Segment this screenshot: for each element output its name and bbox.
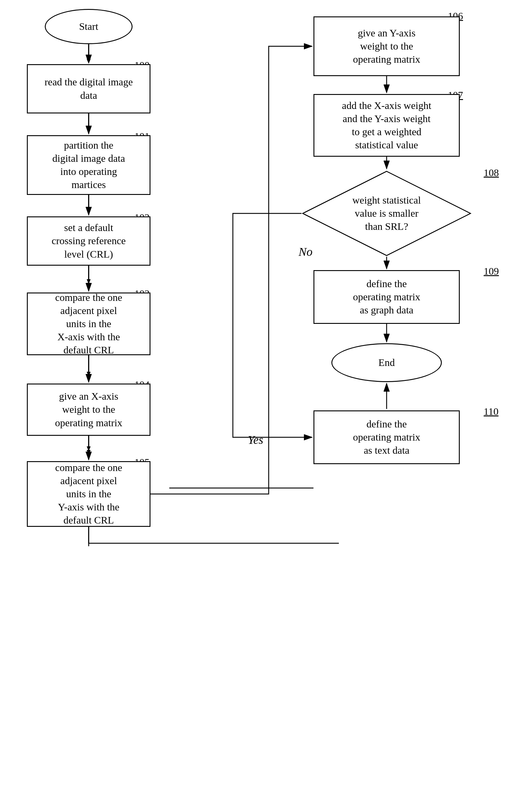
node-110-label: define theoperating matrixas text data	[353, 418, 420, 457]
no-label: No	[298, 245, 313, 259]
node-109-label: define theoperating matrixas graph data	[353, 277, 420, 317]
node-107: add the X-axis weightand the Y-axis weig…	[313, 94, 460, 157]
flowchart: Start 100 read the digital imagedata 101…	[0, 0, 532, 808]
node-100: read the digital imagedata	[27, 64, 150, 113]
node-102: set a defaultcrossing referencelevel (CR…	[27, 216, 150, 265]
node-101-label: partition thedigital image datainto oper…	[52, 139, 125, 191]
svg-marker-24	[87, 375, 90, 380]
svg-marker-22	[87, 283, 90, 287]
end-node: End	[331, 343, 442, 382]
svg-marker-9	[87, 372, 90, 376]
node-109: define theoperating matrixas graph data	[313, 270, 460, 324]
svg-marker-26	[87, 450, 90, 454]
node-102-label: set a defaultcrossing referencelevel (CR…	[52, 221, 126, 261]
node-104-label: give an X-axisweight to theoperating mat…	[55, 390, 123, 429]
node-105: compare the oneadjacent pixelunits in th…	[27, 461, 150, 527]
ref-109-label: 109	[484, 265, 499, 277]
node-107-label: add the X-axis weightand the Y-axis weig…	[342, 99, 431, 152]
svg-marker-7	[87, 279, 90, 283]
node-108-label: weight statisticalvalue is smallerthan S…	[349, 191, 424, 236]
end-label: End	[379, 356, 395, 369]
svg-marker-20	[87, 208, 90, 213]
start-node: Start	[45, 9, 132, 44]
node-101: partition thedigital image datainto oper…	[27, 135, 150, 195]
node-106: give an Y-axisweight to theoperating mat…	[313, 16, 460, 76]
node-103: compare the oneadjacent pixelunits in th…	[27, 293, 150, 355]
node-105-label: compare the oneadjacent pixelunits in th…	[55, 461, 123, 527]
yes-label: Yes	[248, 433, 263, 447]
svg-marker-18	[87, 128, 90, 132]
node-106-label: give an Y-axisweight to theoperating mat…	[353, 26, 420, 66]
svg-marker-5	[87, 208, 90, 212]
node-110: define theoperating matrixas text data	[313, 410, 460, 464]
svg-marker-16	[87, 59, 90, 63]
node-104: give an X-axisweight to theoperating mat…	[27, 384, 150, 436]
node-108: weight statisticalvalue is smallerthan S…	[301, 170, 472, 257]
ref-108-label: 108	[484, 167, 499, 179]
ref-110-label: 110	[484, 406, 499, 417]
node-100-label: read the digital imagedata	[44, 75, 133, 102]
node-103-label: compare the oneadjacent pixelunits in th…	[55, 291, 123, 357]
svg-marker-1	[87, 58, 90, 63]
svg-marker-11	[87, 446, 90, 451]
start-label: Start	[79, 20, 98, 33]
svg-marker-3	[87, 127, 90, 131]
